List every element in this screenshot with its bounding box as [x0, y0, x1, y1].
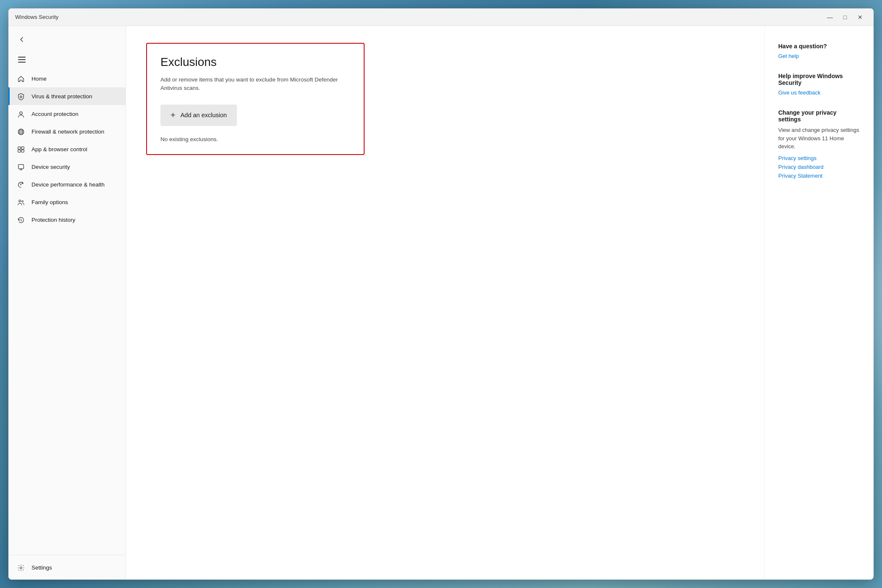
svg-rect-6	[18, 150, 21, 152]
sidebar-item-performance-label: Device performance & health	[32, 181, 105, 188]
maximize-button[interactable]: □	[838, 12, 852, 23]
sidebar-item-device-security[interactable]: Device security	[8, 158, 126, 176]
add-exclusion-label: Add an exclusion	[181, 112, 227, 118]
sidebar-item-home[interactable]: Home	[8, 70, 126, 87]
no-exclusions-text: No existing exclusions.	[160, 136, 350, 142]
help-title: Have a question?	[778, 43, 860, 50]
sidebar-item-virus[interactable]: Virus & threat protection	[8, 87, 126, 105]
sidebar-item-account-label: Account protection	[32, 111, 79, 117]
svg-point-12	[20, 567, 22, 569]
get-help-link[interactable]: Get help	[778, 53, 860, 59]
sidebar-item-app[interactable]: App & browser control	[8, 140, 126, 158]
firewall-icon	[16, 127, 26, 136]
svg-point-1	[20, 112, 22, 114]
svg-rect-5	[21, 147, 24, 149]
main-content: Exclusions Add or remove items that you …	[126, 26, 764, 580]
privacy-settings-link[interactable]: Privacy settings	[778, 155, 860, 161]
account-icon	[16, 110, 26, 118]
history-icon	[16, 215, 26, 224]
windows-security-window: Windows Security — □ ✕	[8, 8, 874, 580]
sidebar-item-device-security-label: Device security	[32, 164, 70, 170]
svg-point-10	[19, 200, 21, 202]
privacy-section: Change your privacy settings View and ch…	[778, 109, 860, 179]
performance-icon	[16, 180, 26, 189]
svg-rect-7	[21, 150, 24, 152]
svg-rect-8	[18, 164, 24, 168]
sidebar-item-family[interactable]: Family options	[8, 193, 126, 211]
sidebar-item-history[interactable]: Protection history	[8, 211, 126, 228]
sidebar-item-virus-label: Virus & threat protection	[32, 93, 92, 100]
help-section: Have a question? Get help	[778, 43, 860, 59]
settings-gear-icon	[16, 563, 26, 572]
add-exclusion-button[interactable]: + Add an exclusion	[160, 105, 237, 126]
back-button[interactable]	[15, 33, 29, 46]
hamburger-button[interactable]	[15, 53, 29, 66]
improve-section: Help improve Windows Security Give us fe…	[778, 73, 860, 96]
sidebar-item-settings[interactable]: Settings	[8, 559, 126, 576]
window-title: Windows Security	[15, 14, 58, 20]
exclusions-description: Add or remove items that you want to exc…	[160, 76, 350, 93]
sidebar: Home Virus & threat protection	[8, 26, 126, 580]
virus-shield-icon	[16, 92, 26, 100]
sidebar-item-family-label: Family options	[32, 199, 68, 205]
sidebar-item-history-label: Protection history	[32, 217, 75, 223]
family-icon	[16, 198, 26, 206]
svg-rect-4	[18, 147, 21, 149]
sidebar-item-home-label: Home	[32, 76, 47, 82]
sidebar-item-firewall-label: Firewall & network protection	[32, 129, 104, 135]
sidebar-item-app-label: App & browser control	[32, 146, 87, 152]
sidebar-item-settings-label: Settings	[32, 564, 52, 571]
minimize-button[interactable]: —	[823, 12, 837, 23]
sidebar-item-firewall[interactable]: Firewall & network protection	[8, 123, 126, 140]
privacy-description: View and change privacy settings for you…	[778, 126, 860, 151]
exclusions-title: Exclusions	[160, 55, 350, 69]
sidebar-bottom: Settings	[8, 555, 126, 580]
close-button[interactable]: ✕	[853, 12, 867, 23]
privacy-dashboard-link[interactable]: Privacy dashboard	[778, 164, 860, 170]
sidebar-item-account[interactable]: Account protection	[8, 105, 126, 123]
home-icon	[16, 74, 26, 83]
app-icon	[16, 145, 26, 153]
plus-icon: +	[171, 110, 176, 120]
right-panel: Have a question? Get help Help improve W…	[764, 26, 874, 580]
main-area: Home Virus & threat protection	[8, 26, 874, 580]
titlebar: Windows Security — □ ✕	[8, 8, 874, 26]
improve-title: Help improve Windows Security	[778, 73, 860, 86]
exclusions-box: Exclusions Add or remove items that you …	[146, 43, 365, 155]
svg-point-11	[22, 200, 24, 202]
give-feedback-link[interactable]: Give us feedback	[778, 89, 860, 96]
window-controls: — □ ✕	[823, 12, 867, 23]
privacy-statement-link[interactable]: Privacy Statement	[778, 173, 860, 179]
privacy-title: Change your privacy settings	[778, 109, 860, 123]
sidebar-item-performance[interactable]: Device performance & health	[8, 176, 126, 193]
svg-point-9	[21, 184, 21, 185]
device-security-icon	[16, 163, 26, 171]
sidebar-top	[8, 29, 126, 53]
nav-items: Home Virus & threat protection	[8, 70, 126, 555]
